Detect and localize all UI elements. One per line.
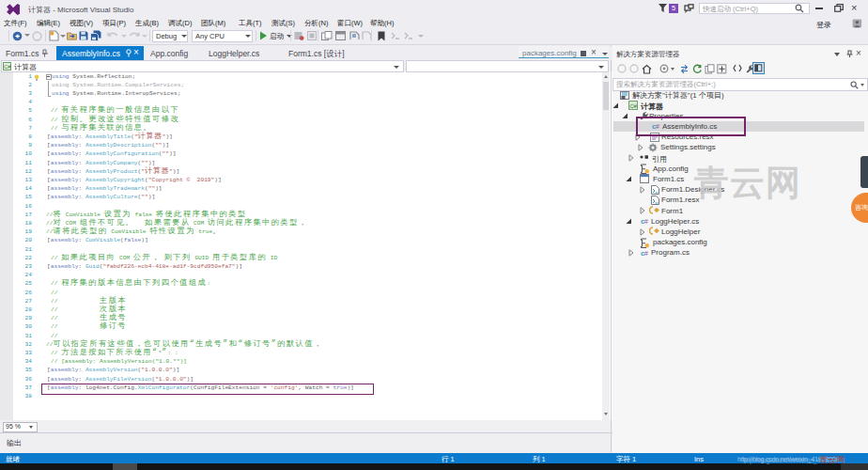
svg-text:C#: C# [629,103,637,109]
svg-text:#: # [644,218,648,225]
svg-text:#: # [644,250,648,257]
